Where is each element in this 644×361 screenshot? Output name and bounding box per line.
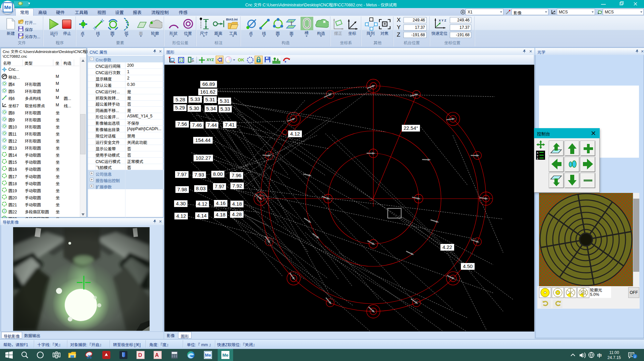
svg-text:Me: Me bbox=[205, 353, 211, 358]
svg-text:Z: Z bbox=[537, 157, 538, 160]
svg-text:A: A bbox=[155, 352, 159, 358]
svg-text:D: D bbox=[138, 352, 142, 358]
svg-text:Me: Me bbox=[222, 353, 228, 358]
svg-text:2: 2 bbox=[634, 355, 636, 358]
svg-text:X Y Z: X Y Z bbox=[439, 19, 446, 22]
